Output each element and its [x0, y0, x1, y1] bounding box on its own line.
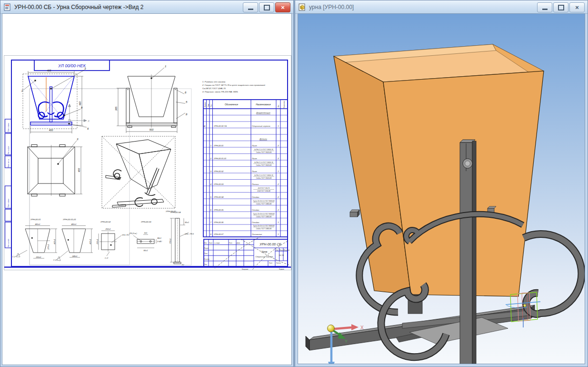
svg-text:УРН-00.07: УРН-00.07 [214, 233, 224, 235]
svg-text:УРН-00.04: УРН-00.04 [170, 211, 181, 214]
svg-text:Формат: Формат [204, 102, 206, 107]
svg-text:75°: 75° [181, 264, 184, 266]
svg-text:УРН-00.02: УРН-00.02 [100, 221, 111, 223]
svg-text:460±1: 460±1 [35, 223, 40, 225]
svg-text:УРН-00.01: УРН-00.01 [30, 218, 41, 221]
svg-text:460: 460 [79, 102, 81, 106]
close-button[interactable]: × [569, 2, 585, 12]
svg-text:отв. ∅8,5: отв. ∅8,5 [185, 233, 194, 235]
svg-text:Лист: Лист [251, 170, 257, 173]
svg-text:Примечание: Примечание [283, 101, 285, 108]
drawing-canvas[interactable]: Подп. и дата Инв. № дубл. Взам. инв. № П… [2, 13, 292, 365]
svg-text:Ст3пс ГОСТ 16523-89: Ст3пс ГОСТ 16523-89 [256, 152, 272, 153]
svg-text:Н.контр.: Н.контр. [204, 258, 210, 260]
close-button[interactable]: × [275, 2, 290, 12]
minimize-icon [542, 9, 548, 10]
svg-text:Лист: Лист [269, 262, 273, 264]
svg-text:Взам. инв. №: Взам. инв. № [8, 159, 10, 167]
restore-icon [558, 5, 564, 10]
svg-text:УЛ 00/00-НЕК: УЛ 00/00-НЕК [58, 63, 86, 68]
svg-text:Б-ПН-О 1,5 ГОСТ 19903-74: Б-ПН-О 1,5 ГОСТ 19903-74 [255, 174, 273, 176]
svg-text:УРН-00.01: УРН-00.01 [214, 144, 223, 147]
svg-text:Ст3пс ГОСТ 13663-86: Ст3пс ГОСТ 13663-86 [256, 228, 272, 230]
svg-text:Разраб.: Разраб. [204, 247, 209, 249]
svg-text:Сборочный чертеж: Сборочный чертеж [252, 125, 271, 127]
model-viewport[interactable]: X Y Z [298, 13, 585, 364]
stand-post[interactable] [460, 140, 476, 364]
svg-text:1: 1 [210, 144, 211, 147]
svg-text:УРН-00.03: УРН-00.03 [214, 183, 224, 185]
svg-text:1: 1 [278, 233, 279, 235]
svg-text:Инв. № дубл.: Инв. № дубл. [8, 146, 10, 154]
svg-text:УРН-00.00 СБ: УРН-00.00 СБ [214, 125, 227, 127]
svg-text:1: 1 [278, 125, 279, 127]
svg-text:410±1: 410±1 [89, 239, 91, 244]
svg-text:Труба 15×15×1,5 ГОСТ 8639-82: Труба 15×15×1,5 ГОСТ 8639-82 [253, 200, 274, 202]
svg-text:15,74: 15,74 [279, 254, 284, 256]
svg-text:Подп. и дата: Подп. и дата [8, 199, 10, 207]
svg-text:Копировал: Копировал [242, 268, 249, 270]
svg-text:Лит.: Лит. [275, 249, 279, 251]
svg-text:900: 900 [149, 128, 154, 131]
svg-text:3. Покраска: эмаль ПФ-115 RAL: 3. Покраска: эмаль ПФ-115 RAL 9005. [202, 91, 239, 93]
svg-text:1: 1 [278, 170, 279, 173]
svg-text:№ докум.: № докум. [214, 242, 220, 244]
svg-text:270±1: 270±1 [47, 244, 50, 250]
svg-text:248±1: 248±1 [71, 255, 77, 257]
svg-text:УРН-00.05: УРН-00.05 [214, 209, 224, 211]
sheet-paper [4, 56, 291, 270]
svg-text:Инв. № подл.: Инв. № подл. [8, 238, 10, 247]
svg-text:Подп. и дата: Подп. и дата [8, 123, 10, 132]
svg-text:1: 1 [278, 221, 279, 224]
svg-text:250±1: 250±1 [35, 256, 41, 258]
svg-text:УРН-00.03: УРН-00.03 [141, 221, 151, 223]
drawing-sheet[interactable]: Подп. и дата Инв. № дубл. Взам. инв. № П… [4, 55, 291, 271]
close-icon: × [281, 4, 285, 11]
part-document-icon [299, 3, 306, 11]
drawing-window-titlebar[interactable]: УРН-00.00 СБ - Урна Сборочный чертеж ->В… [0, 0, 293, 14]
svg-text:Б-ПН-О 1,5 ГОСТ 19903-74: Б-ПН-О 1,5 ГОСТ 19903-74 [255, 149, 273, 151]
svg-text:34±1: 34±1 [157, 237, 161, 239]
svg-text:УРН-00.04: УРН-00.04 [214, 196, 224, 198]
svg-text:УРН-00.02: УРН-00.02 [214, 170, 224, 173]
restore-icon [264, 5, 270, 10]
svg-text:385: 385 [115, 107, 118, 111]
svg-text:485: 485 [47, 69, 51, 72]
svg-text:Б-ПН-О 1,5 ГОСТ 19903-74: Б-ПН-О 1,5 ГОСТ 19903-74 [255, 162, 273, 163]
pivot-peg-left[interactable] [350, 210, 359, 217]
svg-text:Стойка: Стойка [252, 209, 259, 211]
svg-text:700±1: 700±1 [169, 238, 171, 244]
origin-ball [328, 325, 335, 332]
svg-text:Y: Y [345, 339, 348, 344]
svg-text:Кол.: Кол. [278, 104, 279, 107]
svg-text:Труба 15×15×1,5 ГОСТ 8639-82: Труба 15×15×1,5 ГОСТ 8639-82 [253, 213, 274, 215]
svg-text:УРН-00.01-01: УРН-00.01-01 [63, 218, 76, 221]
svg-text:250±1: 250±1 [105, 228, 110, 230]
svg-text:410±1: 410±1 [53, 239, 56, 244]
svg-text:Ст3пс ГОСТ 16523-89: Ст3пс ГОСТ 16523-89 [256, 177, 272, 179]
svg-text:X: X [360, 325, 364, 330]
svg-text:Изм: Изм [204, 242, 207, 244]
svg-text:1. Размеры для справок.: 1. Размеры для справок. [202, 81, 226, 83]
svg-text:Формат: Формат [279, 268, 284, 270]
svg-text:Масса: Масса [279, 249, 283, 251]
pivot-bolt[interactable] [463, 159, 472, 168]
model-window-titlebar[interactable]: урна [УРН-00.00] × [295, 0, 588, 14]
svg-text:Документация: Документация [256, 112, 270, 114]
minimize-button[interactable] [537, 2, 552, 12]
svg-text:Пров.: Пров. [204, 253, 208, 255]
minimize-button[interactable] [243, 2, 258, 12]
svg-text:Утв.: Утв. [204, 264, 207, 265]
svg-text:Масштаб: Масштаб [284, 249, 290, 251]
svg-text:Лист: Лист [251, 157, 257, 160]
restore-button[interactable] [553, 2, 568, 12]
svg-text:УРН-00.00 СБ: УРН-00.00 СБ [259, 243, 281, 246]
svg-text:С 2°: С 2° [12, 255, 16, 258]
svg-text:Детали: Детали [259, 138, 267, 140]
model-window-title: урна [УРН-00.00] [309, 4, 354, 10]
svg-text:Полоса: Полоса [252, 183, 259, 185]
svg-text:Листов: Листов [276, 262, 281, 264]
svg-text:2×45°: 2×45° [157, 240, 162, 243]
restore-button[interactable] [259, 2, 274, 12]
view-stamp: УЛ 00/00-НЕК [34, 60, 110, 71]
